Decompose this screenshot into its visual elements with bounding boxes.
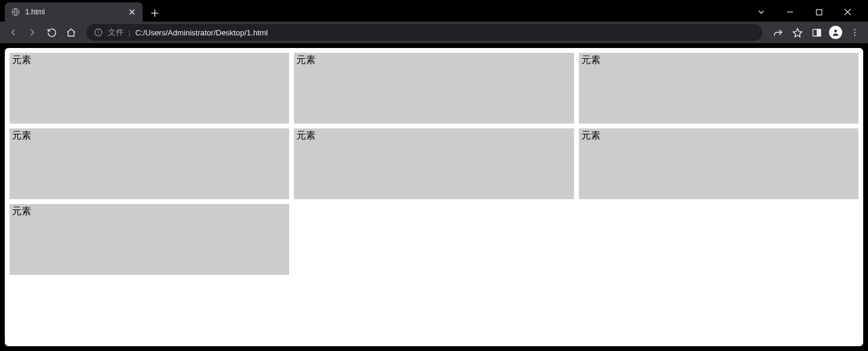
grid-item: 元素 (10, 53, 289, 124)
svg-rect-7 (816, 10, 822, 15)
tab-title: 1.html (25, 8, 127, 16)
home-button[interactable] (62, 24, 79, 41)
grid-item: 元素 (579, 53, 858, 124)
page-content: 元素 元素 元素 元素 元素 元素 元素 (5, 48, 863, 346)
menu-button[interactable] (846, 24, 863, 41)
chevron-down-icon[interactable] (753, 6, 770, 18)
new-tab-button[interactable] (146, 5, 163, 22)
grid-item: 元素 (10, 128, 289, 199)
svg-point-16 (834, 29, 837, 32)
side-panel-icon[interactable] (808, 24, 825, 41)
grid-item-label: 元素 (296, 55, 316, 65)
maximize-button[interactable] (810, 6, 827, 18)
forward-button[interactable] (24, 24, 41, 41)
grid-item: 元素 (294, 128, 573, 199)
share-icon[interactable] (770, 24, 786, 41)
grid-item-label: 元素 (12, 55, 31, 65)
avatar-icon (829, 26, 842, 39)
browser-tab[interactable]: 1.html (5, 2, 143, 22)
url-text: C:/Users/Administrator/Desktop/1.html (135, 28, 268, 37)
back-button[interactable] (5, 24, 22, 41)
close-tab-button[interactable] (127, 7, 137, 17)
profile-avatar[interactable] (827, 24, 844, 41)
close-window-button[interactable] (839, 6, 856, 18)
grid-item-label: 元素 (296, 130, 316, 140)
grid-container: 元素 元素 元素 元素 元素 元素 元素 (10, 53, 858, 275)
grid-item-label: 元素 (581, 55, 600, 65)
grid-item: 元素 (579, 128, 858, 199)
grid-item: 元素 (294, 53, 573, 124)
svg-marker-13 (793, 28, 801, 37)
svg-point-19 (854, 35, 855, 36)
reload-button[interactable] (43, 24, 60, 41)
svg-point-18 (854, 32, 855, 33)
url-divider: | (128, 28, 130, 37)
grid-item-label: 元素 (12, 206, 31, 216)
globe-icon (11, 7, 20, 17)
svg-point-12 (98, 31, 99, 31)
address-bar[interactable]: 文件 | C:/Users/Administrator/Desktop/1.ht… (86, 24, 762, 41)
url-scheme-label: 文件 (108, 27, 124, 38)
svg-point-17 (854, 29, 855, 30)
grid-item-label: 元素 (12, 130, 31, 140)
grid-item-label: 元素 (581, 130, 600, 140)
svg-rect-15 (817, 29, 821, 35)
grid-item: 元素 (10, 204, 289, 275)
minimize-button[interactable] (782, 6, 798, 18)
info-icon (94, 28, 103, 37)
browser-window: 1.html (0, 0, 868, 351)
titlebar: 1.html (0, 0, 868, 22)
bookmark-star-icon[interactable] (789, 24, 806, 41)
window-controls (753, 6, 863, 22)
toolbar: 文件 | C:/Users/Administrator/Desktop/1.ht… (0, 22, 868, 43)
